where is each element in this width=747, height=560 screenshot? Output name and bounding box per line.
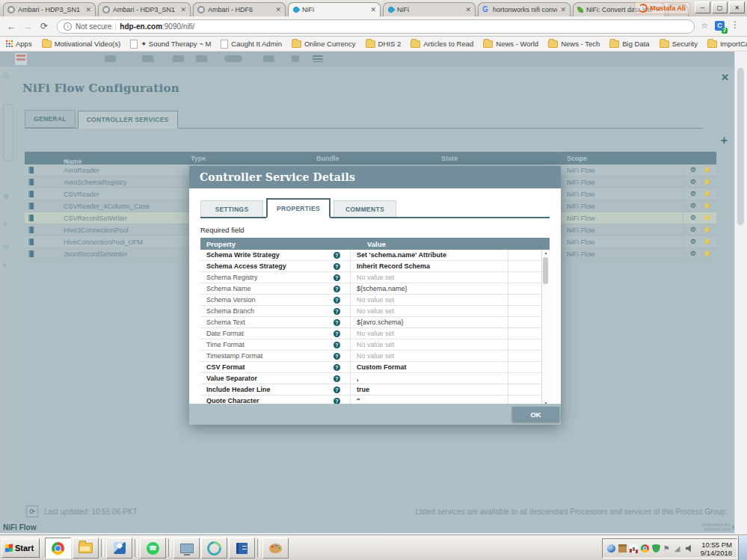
configure-gear-icon[interactable] <box>690 214 696 221</box>
taskbar-sync-app[interactable] <box>201 538 227 559</box>
reload-button[interactable] <box>37 19 51 33</box>
enable-lightning-icon[interactable] <box>703 178 711 185</box>
help-question-icon[interactable] <box>333 286 340 292</box>
tray-chart-icon[interactable] <box>630 544 638 553</box>
bookmark-item[interactable]: Articles to Read <box>411 40 473 48</box>
column-scope[interactable]: Scope <box>567 155 587 162</box>
browser-tab[interactable]: Ambari - HDP3_SN1 <box>98 2 191 16</box>
taskbar-virtualbox[interactable] <box>106 538 132 559</box>
tray-volume-icon[interactable] <box>686 544 694 553</box>
maximize-button[interactable] <box>712 1 728 13</box>
enable-lightning-icon[interactable] <box>703 202 711 209</box>
help-question-icon[interactable] <box>333 387 340 393</box>
bookmark-item[interactable]: ImportCars <box>707 40 747 48</box>
help-question-icon[interactable] <box>333 375 340 382</box>
bookmark-item[interactable]: News - World <box>483 40 538 48</box>
help-question-icon[interactable] <box>333 308 340 315</box>
minimize-button[interactable] <box>695 1 710 13</box>
apps-shortcut[interactable]: Apps <box>6 40 32 48</box>
bookmark-item[interactable]: News - Tech <box>548 40 600 48</box>
extension-icon[interactable]: C 7 <box>715 21 725 31</box>
configure-gear-icon[interactable] <box>690 166 696 173</box>
tab-close-icon[interactable] <box>465 6 471 13</box>
column-state[interactable]: State <box>441 155 458 162</box>
configure-gear-icon[interactable] <box>690 190 696 197</box>
usage-book-icon[interactable] <box>28 250 34 257</box>
configure-gear-icon[interactable] <box>690 202 696 209</box>
help-question-icon[interactable] <box>333 342 340 348</box>
help-question-icon[interactable] <box>333 330 340 337</box>
enable-lightning-icon[interactable] <box>703 190 711 197</box>
tab-general[interactable]: GENERAL <box>25 110 76 128</box>
help-question-icon[interactable] <box>333 353 340 360</box>
address-bar[interactable]: Not secure hdp-en.com :9090/nifi/ <box>57 19 695 34</box>
browser-profile-badge[interactable]: Mustafa Ali <box>634 2 690 14</box>
bookmark-item[interactable]: Big Data <box>609 40 649 48</box>
tab-close-icon[interactable] <box>85 6 91 13</box>
bookmark-item[interactable]: Security <box>660 40 698 48</box>
back-button[interactable] <box>4 19 18 33</box>
tray-globe-icon[interactable] <box>607 544 615 553</box>
configure-gear-icon[interactable] <box>690 226 696 233</box>
properties-scrollbar[interactable] <box>541 250 550 406</box>
scrollbar-thumb[interactable] <box>737 68 744 225</box>
enable-lightning-icon[interactable] <box>703 214 711 221</box>
tray-package-icon[interactable] <box>618 544 627 553</box>
configure-gear-icon[interactable] <box>690 238 696 245</box>
tab-close-icon[interactable] <box>370 6 376 13</box>
help-question-icon[interactable] <box>333 319 340 326</box>
add-controller-service-button[interactable] <box>721 134 728 147</box>
bookmark-item[interactable]: Online Currency <box>292 40 356 48</box>
close-window-button[interactable] <box>729 1 745 13</box>
tab-close-icon[interactable] <box>560 6 566 13</box>
usage-book-icon[interactable] <box>28 227 34 233</box>
start-button[interactable]: Start <box>1 538 40 558</box>
tab-close-icon[interactable] <box>180 6 186 13</box>
enable-lightning-icon[interactable] <box>703 166 711 173</box>
browser-tab[interactable]: NiFi <box>288 2 381 16</box>
tray-chrome-icon[interactable] <box>641 544 649 553</box>
browser-tab[interactable]: Ambari - HDP3_SN1 <box>3 2 96 16</box>
bookmark-item[interactable]: Caught It Admin <box>221 40 282 49</box>
tray-shield-icon[interactable] <box>652 544 660 553</box>
column-bundle[interactable]: Bundle <box>316 155 339 162</box>
tab-comments[interactable]: COMMENTS <box>333 200 396 217</box>
taskbar-notebook-app[interactable] <box>229 538 255 559</box>
browser-scrollbar[interactable] <box>734 52 747 536</box>
tray-network-icon[interactable] <box>674 544 683 553</box>
taskbar-remote-desktop[interactable] <box>173 538 200 559</box>
taskbar-whatsapp[interactable] <box>140 538 166 559</box>
help-question-icon[interactable] <box>333 274 340 281</box>
bookmark-item[interactable]: DHIS 2 <box>366 40 402 48</box>
browser-tab[interactable]: Ambari - HDF6 <box>193 2 286 16</box>
browser-tab[interactable]: hortonworks nifi convert da <box>478 2 571 16</box>
configure-gear-icon[interactable] <box>690 178 696 185</box>
taskbar-chrome[interactable] <box>45 538 71 559</box>
scroll-up-icon[interactable] <box>542 250 550 256</box>
ok-button[interactable]: OK <box>512 407 559 422</box>
info-icon[interactable] <box>64 22 72 31</box>
usage-book-icon[interactable] <box>28 191 34 197</box>
browser-menu-icon[interactable] <box>731 19 740 30</box>
browser-tab[interactable]: NiFi <box>383 2 476 16</box>
help-question-icon[interactable] <box>333 297 340 304</box>
usage-book-icon[interactable] <box>28 203 34 209</box>
help-question-icon[interactable] <box>333 252 340 259</box>
enable-lightning-icon[interactable] <box>703 226 711 233</box>
show-desktop-button[interactable] <box>738 536 747 560</box>
tray-flag-icon[interactable] <box>663 544 671 553</box>
enable-lightning-icon[interactable] <box>703 238 711 245</box>
taskbar-clock[interactable]: 10:55 PM 9/14/2018 <box>701 541 732 557</box>
help-question-icon[interactable] <box>333 364 340 371</box>
usage-book-icon[interactable] <box>28 215 34 221</box>
forward-button[interactable] <box>21 19 34 33</box>
tab-close-icon[interactable] <box>275 6 281 13</box>
tab-properties[interactable]: PROPERTIES <box>266 198 331 218</box>
refresh-icon[interactable] <box>26 505 38 517</box>
enable-lightning-icon[interactable] <box>703 250 711 257</box>
bookmark-item[interactable]: Motivational Video(s) <box>42 40 121 48</box>
config-close-icon[interactable] <box>721 72 729 83</box>
column-type[interactable]: Type <box>191 155 206 162</box>
taskbar-paint-palette[interactable] <box>262 538 289 559</box>
bookmark-item[interactable]: ✦ Sound Therapy ~ M <box>130 40 211 49</box>
